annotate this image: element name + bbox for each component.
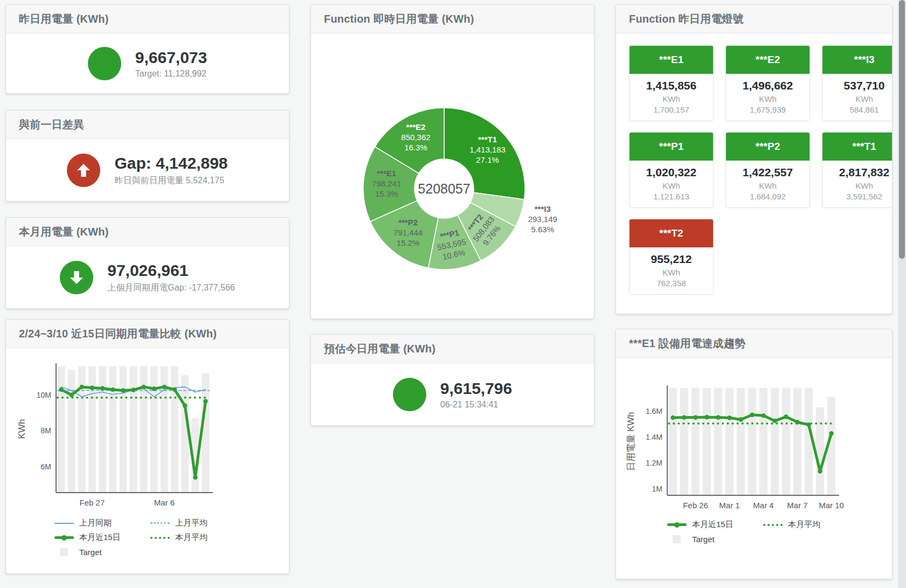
panel-lights-header: Function 昨日用電燈號: [616, 5, 892, 33]
legend-item[interactable]: 上月同期: [54, 518, 150, 528]
y-axis-label: 日用電量 KWh: [626, 412, 636, 471]
x-tick-label: Mar 6: [154, 498, 175, 507]
x-tick-label: Mar 1: [719, 501, 739, 510]
panel-estimate-title: 預估今日用電量 (KWh): [324, 342, 435, 356]
scrollbar-thumb[interactable]: [899, 0, 905, 259]
light-tile: ***T12,817,832KWh3,591,562: [822, 132, 893, 208]
legend-item[interactable]: 本月近15日: [667, 520, 763, 530]
target-bar: [748, 388, 756, 495]
panel-donut-header: Function 即時日用電量 (KWh): [311, 5, 594, 33]
legend-marker-dots-icon: [150, 522, 170, 524]
kpi-text: 9,667,073 Target: 11,128,992: [135, 49, 207, 79]
light-tile-value: 1,496,662: [729, 79, 806, 92]
legend-item[interactable]: 上月平均: [150, 518, 208, 528]
light-tile-value: 955,212: [633, 253, 710, 266]
page-scrollbar[interactable]: [898, 0, 906, 588]
light-tile-body: 2,817,832KWh3,591,562: [822, 161, 893, 207]
y-tick-label: 1.6M: [646, 407, 662, 416]
legend-row: Target: [667, 532, 820, 547]
light-tile: ***T2955,212KWh762,358: [629, 219, 714, 295]
panel-lights-title: Function 昨日用電燈號: [629, 12, 744, 26]
light-tile-value: 1,020,322: [633, 166, 710, 179]
x-tick-label: Mar 4: [753, 501, 773, 510]
legend-item[interactable]: Target: [54, 548, 102, 557]
month-usage-gap: 上個月同期用電Gap: -17,377,566: [107, 282, 235, 294]
target-bar: [703, 388, 711, 495]
legend-marker-line-icon: [54, 523, 74, 524]
estimate-value: 9,615,796: [440, 379, 512, 398]
y-axis-label: KWh: [17, 419, 27, 439]
panel-gap-title: 與前一日差異: [19, 117, 84, 132]
panel-compare-chart: 2/24~3/10 近15日同期用電量比較 (KWh) 6M8M10MFeb 2…: [5, 319, 289, 574]
panel-trend-header: ***E1 設備用電達成趨勢: [616, 329, 892, 358]
legend-row: 上月同期上月平均: [54, 516, 208, 530]
gap-value: Gap: 4,142,898: [114, 154, 227, 173]
panel-compare-body: 6M8M10MFeb 27Mar 6KWh 上月同期上月平均本月近15日本月平均…: [6, 348, 289, 574]
legend-item[interactable]: Target: [667, 535, 715, 544]
y-tick-label: 10M: [37, 391, 51, 399]
legend-item[interactable]: 本月平均: [763, 520, 820, 530]
target-bar: [816, 407, 824, 495]
light-tile: ***E21,496,662KWh1,675,939: [725, 45, 810, 121]
line-chart-svg: 1M1.2M1.4M1.6MFeb 26Mar 1Mar 4Mar 7Mar 1…: [616, 379, 892, 514]
compare-line-chart: 6M8M10MFeb 27Mar 6KWh: [6, 359, 289, 513]
pie-slice-label: ***I3293,1495.63%: [528, 204, 557, 234]
kpi-text: 9,615,796 06-21 15:34:41: [440, 379, 512, 410]
y-tick-label: 1M: [652, 485, 662, 493]
light-tile-target: 762,358: [633, 279, 710, 288]
panel-compare-title: 2/24~3/10 近15日同期用電量比較 (KWh): [19, 327, 217, 341]
target-bar: [88, 366, 96, 493]
light-tile-label: ***P2: [726, 133, 810, 161]
legend-label: 本月平均: [788, 520, 820, 530]
x-tick-label: Mar 10: [819, 501, 844, 510]
target-bar: [68, 370, 75, 493]
y-tick-label: 1.4M: [646, 433, 662, 441]
panel-donut-title: Function 即時日用電量 (KWh): [324, 12, 474, 26]
target-bar: [171, 366, 178, 493]
panel-month-usage: 本月用電量 (KWh) 97,026,961 上個月同期用電Gap: -17,3…: [5, 217, 289, 309]
light-tile-target: 1,700,157: [633, 105, 710, 114]
target-bar: [725, 388, 734, 495]
line-chart-svg: 6M8M10MFeb 27Mar 6KWh: [6, 359, 289, 513]
light-tile-unit: KWh: [633, 94, 710, 103]
y-tick-label: 6M: [41, 462, 51, 471]
target-bar: [737, 388, 745, 495]
donut-svg: ***T11,413,18327.1%***I3293,1495.63%***T…: [311, 33, 594, 319]
light-tile-body: 955,212KWh762,358: [630, 247, 713, 294]
panel-yesterday-body: 9,667,073 Target: 11,128,992: [6, 33, 289, 94]
target-bar: [181, 375, 189, 493]
legend-item[interactable]: 本月近15日: [54, 532, 150, 543]
lights-grid: ***E11,415,856KWh1,700,157***E21,496,662…: [616, 33, 892, 307]
light-tile-label: ***E2: [726, 46, 810, 74]
panel-estimate-body: 9,615,796 06-21 15:34:41: [311, 363, 594, 426]
target-bar: [202, 373, 210, 493]
legend-item[interactable]: 本月平均: [150, 532, 208, 543]
target-bar: [120, 366, 127, 493]
light-tile-body: 1,422,557KWh1,684,092: [726, 161, 810, 207]
light-tile: ***E11,415,856KWh1,700,157: [629, 45, 714, 121]
x-tick-label: Feb 27: [80, 498, 105, 507]
arrow-up-circle-icon: [67, 154, 100, 187]
light-tile-unit: KWh: [826, 94, 893, 103]
panel-month-body: 97,026,961 上個月同期用電Gap: -17,377,566: [6, 246, 289, 309]
legend-row: 本月近15日本月平均: [54, 530, 208, 545]
light-tile-body: 1,496,662KWh1,675,939: [726, 74, 810, 121]
legend-marker-dots-bold-icon: [763, 524, 783, 526]
light-tile-unit: KWh: [826, 181, 893, 190]
light-tile-label: ***P1: [630, 133, 713, 161]
light-tile-target: 1,684,092: [729, 192, 806, 201]
gap-subtitle: 昨日與前日用電量 5,524,175: [114, 175, 227, 186]
legend-row: Target: [54, 545, 208, 559]
legend-marker-thick-icon: [54, 536, 74, 539]
panel-estimate-today: 預估今日用電量 (KWh) 9,615,796 06-21 15:34:41: [310, 334, 594, 426]
light-tile-label: ***T2: [630, 219, 713, 247]
light-tile-target: 1,675,939: [729, 105, 806, 114]
light-tile-target: 3,591,562: [826, 192, 893, 201]
legend-label: Target: [79, 548, 102, 557]
legend-label: 本月近15日: [692, 520, 734, 530]
target-bar: [109, 366, 116, 493]
panel-yesterday-header: 昨日用電量 (KWh): [6, 5, 289, 33]
panel-trend-title: ***E1 設備用電達成趨勢: [629, 336, 745, 351]
target-bar: [680, 388, 688, 495]
legend-marker-thick-icon: [667, 523, 687, 526]
